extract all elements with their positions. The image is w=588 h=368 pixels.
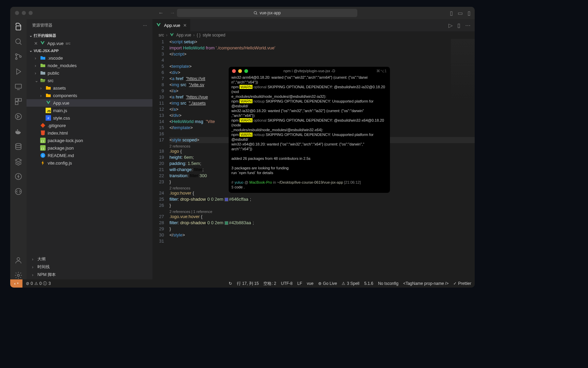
scm-icon[interactable]: [14, 52, 22, 61]
tab-close-icon[interactable]: ✕: [183, 23, 187, 28]
command-center[interactable]: vue-jsx-app: [177, 9, 357, 17]
sidebar-section-NPM 脚本[interactable]: ›NPM 脚本: [27, 271, 152, 279]
statusbar: ⊘0 ⚠0 ⓘ3 ↻ 行 17, 列 15 空格: 2 UTF-8 LF vue…: [10, 279, 475, 288]
editor-tabs: App.vue ✕ ▷ ▯ ⋯: [152, 19, 475, 31]
language[interactable]: vue: [307, 281, 313, 286]
terminal-window: npm i @vitejs/plugin-vue-jsx -D ⌘⌥1 win3…: [229, 67, 390, 193]
sidebar-header: 资源管理器 ⋯: [27, 19, 152, 32]
thunder-icon[interactable]: [14, 172, 22, 181]
close-icon[interactable]: ✕: [34, 41, 38, 46]
ext1-icon[interactable]: [14, 112, 22, 121]
svg-rect-13: [18, 131, 19, 132]
tree-item-README-md[interactable]: iREADME.md: [27, 152, 152, 159]
sidebar-bottom: ›大纲›时间线›NPM 脚本: [27, 255, 152, 279]
run-icon[interactable]: ▷: [448, 22, 453, 29]
more-icon[interactable]: ⋯: [465, 22, 471, 29]
svg-rect-1: [16, 26, 21, 30]
account-icon[interactable]: [14, 256, 22, 264]
tree-item-node_modules[interactable]: ›node_modules: [27, 62, 152, 69]
tree-item-vite-config-js[interactable]: vite.config.js: [27, 159, 152, 167]
traffic-lights: [10, 11, 33, 15]
minimap[interactable]: [451, 39, 475, 100]
breadcrumb[interactable]: src› App.vue› { } style scoped: [152, 31, 475, 39]
svg-rect-11: [16, 131, 17, 132]
tree-item--vscode[interactable]: ›.vscode: [27, 54, 152, 62]
golive[interactable]: ⊚Go Live: [318, 281, 337, 286]
indentation[interactable]: 空格: 2: [263, 281, 276, 287]
open-editors-header[interactable]: ⌄打开的编辑器: [27, 32, 152, 40]
tree-item-assets[interactable]: ›assets: [27, 84, 152, 92]
docker-icon[interactable]: [14, 127, 22, 136]
svg-text:#: #: [47, 117, 49, 120]
search-icon[interactable]: [14, 37, 22, 46]
tree-item-main-js[interactable]: JSmain.js: [27, 107, 152, 114]
tree-item-components[interactable]: ›components: [27, 92, 152, 99]
svg-text:i: i: [43, 154, 43, 157]
version[interactable]: 5.1.6: [364, 281, 373, 286]
tree-item-index-html[interactable]: index.html: [27, 129, 152, 137]
tagname[interactable]: <TagName prop-name />: [403, 281, 448, 286]
tree-item--gitignore[interactable]: .gitignore: [27, 122, 152, 129]
tree-item-style-css[interactable]: #style.css: [27, 114, 152, 122]
terminal-body[interactable]: win32-arm64@0.18.20: wanted {"os":"win32…: [229, 75, 390, 193]
project-header[interactable]: ⌄VUE-JSX-APP: [27, 47, 152, 54]
svg-text:JS: JS: [47, 109, 51, 113]
activity-bar: [10, 19, 27, 279]
sidebar-section-大纲[interactable]: ›大纲: [27, 255, 152, 263]
spell[interactable]: ⚠3 Spell: [342, 281, 359, 286]
explorer-icon[interactable]: [14, 22, 22, 31]
back-icon[interactable]: ←: [158, 10, 164, 16]
sidebar: 资源管理器 ⋯ ⌄打开的编辑器 ✕ App.vue src ⌄VUE-JSX-A…: [27, 19, 152, 279]
sidebar-section-时间线[interactable]: ›时间线: [27, 263, 152, 271]
close-dot[interactable]: [15, 11, 19, 15]
svg-rect-7: [15, 98, 18, 101]
extensions-icon[interactable]: [14, 97, 22, 106]
tree-item-public[interactable]: ›public: [27, 69, 152, 77]
code-icon[interactable]: [14, 187, 22, 196]
debug-icon[interactable]: [14, 67, 22, 76]
sync-icon[interactable]: ↻: [229, 281, 232, 286]
vscode-window: ← → vue-jsx-app ▯ ▭ ▯: [10, 7, 475, 288]
cursor-pos[interactable]: 行 17, 列 15: [237, 281, 259, 287]
sidebar-more-icon[interactable]: ⋯: [143, 23, 147, 28]
svg-text:{ }: { }: [41, 147, 44, 150]
remote-icon[interactable]: [14, 82, 22, 91]
tsconfig[interactable]: No tsconfig: [378, 281, 398, 286]
problems[interactable]: ⊘0 ⚠0 ⓘ3: [26, 281, 51, 287]
svg-point-15: [16, 143, 21, 145]
file-tree: ›.vscode›node_modules›public⌄src›assets›…: [27, 54, 152, 255]
tab-app-vue[interactable]: App.vue ✕: [152, 19, 190, 31]
nav-arrows: ← →: [158, 10, 175, 16]
sidebar-title: 资源管理器: [32, 22, 52, 28]
zoom-dot[interactable]: [29, 11, 33, 15]
database-icon[interactable]: [14, 142, 22, 151]
split-icon[interactable]: ▯: [457, 22, 460, 29]
tree-item-package-lock-json[interactable]: { }package-lock.json: [27, 137, 152, 144]
encoding[interactable]: UTF-8: [281, 281, 293, 286]
terminal-titlebar: npm i @vitejs/plugin-vue-jsx -D ⌘⌥1: [229, 67, 390, 75]
svg-point-0: [254, 12, 257, 14]
svg-rect-9: [15, 102, 18, 105]
remote-indicator[interactable]: [10, 279, 22, 288]
tree-item-App-vue[interactable]: App.vue: [27, 99, 152, 107]
eol[interactable]: LF: [297, 281, 302, 286]
svg-rect-14: [17, 129, 18, 131]
tree-item-src[interactable]: ⌄src: [27, 77, 152, 84]
panel-left-icon[interactable]: ▯: [450, 10, 453, 16]
panel-bottom-icon[interactable]: ▭: [458, 10, 463, 16]
svg-point-3: [16, 54, 17, 56]
tree-item-package-json[interactable]: { }package.json: [27, 144, 152, 152]
panel-right-icon[interactable]: ▯: [468, 10, 471, 16]
svg-point-18: [17, 258, 20, 260]
settings-icon[interactable]: [14, 271, 22, 279]
layout-icons: ▯ ▭ ▯: [450, 10, 471, 16]
terminal-title: npm i @vitejs/plugin-vue-jsx -D: [229, 69, 390, 73]
svg-point-4: [16, 58, 17, 60]
minimize-dot[interactable]: [22, 11, 26, 15]
svg-rect-8: [19, 98, 21, 101]
prettier[interactable]: ✓Prettier: [453, 281, 471, 286]
layers-icon[interactable]: [14, 157, 22, 166]
open-editor-item[interactable]: ✕ App.vue src: [27, 40, 152, 47]
forward-icon[interactable]: →: [170, 10, 175, 16]
titlebar: ← → vue-jsx-app ▯ ▭ ▯: [10, 7, 475, 19]
